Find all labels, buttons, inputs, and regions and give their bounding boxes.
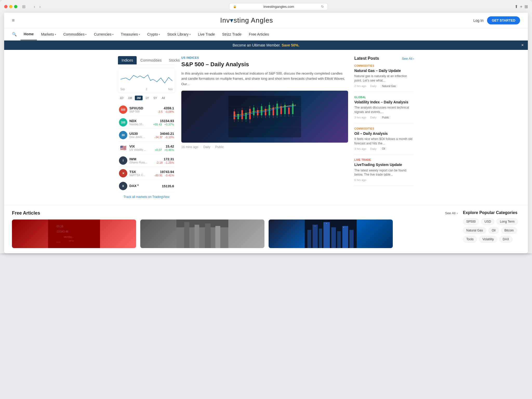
post-item-volatility[interactable]: GLOBAL Volatility Index – Daily Analysis…: [354, 96, 414, 123]
article-excerpt: In this analysis we evaluate various tec…: [181, 71, 348, 87]
svg-text:SPIM: SPIM: [69, 240, 74, 242]
nav-strizz-trade[interactable]: Strizz Trade: [219, 29, 245, 40]
nav-live-trade[interactable]: Live Trade: [195, 29, 218, 40]
tf-1d[interactable]: 1D: [118, 96, 125, 100]
post-title-2: Volatility Index – Daily Analysis: [354, 100, 414, 104]
post-item-oil[interactable]: COMMODITIES Oil – Daily Analysis It feel…: [354, 127, 414, 155]
tag-oil[interactable]: Oil: [488, 227, 499, 234]
tf-5y[interactable]: 5Y: [152, 96, 159, 100]
nav-free-articles[interactable]: Free Articles: [246, 29, 272, 40]
get-started-button[interactable]: GET STARTED: [487, 16, 520, 24]
post-excerpt-1: Natural gas is naturally at an inflectio…: [354, 74, 414, 83]
new-tab-button[interactable]: +: [520, 4, 522, 9]
free-articles-see-all[interactable]: See All ›: [445, 211, 458, 215]
tag-tools[interactable]: Tools: [463, 236, 477, 243]
svg-text:-5.07: -5.07: [56, 241, 61, 243]
post-item-livetrade[interactable]: LIVE TRADE LiveTrading System Update The…: [354, 158, 414, 185]
tag-usd[interactable]: USD: [481, 218, 494, 225]
article-card-3[interactable]: [269, 220, 393, 248]
market-item-dax[interactable]: X DAX E 15135.6: [118, 180, 175, 192]
nav-stock-library[interactable]: Stock Library ▾: [164, 29, 194, 40]
ndx-price-info: 15154.93 +55.43 +0.37%: [153, 119, 174, 126]
tab-commodities[interactable]: Commodities: [137, 56, 165, 64]
post-meta-4: 6 hrs ago: [354, 178, 414, 182]
us30-price-info: 34040.21 -34.37 -0.10%: [155, 132, 174, 139]
tab-stocks[interactable]: Stocks: [165, 56, 183, 64]
spx-info: SPXUSD S&P 500: [129, 106, 156, 113]
search-icon[interactable]: 🔍: [9, 29, 19, 40]
svg-text:-13.543.48: -13.543.48: [56, 230, 68, 233]
svg-rect-55: [342, 226, 348, 248]
close-button[interactable]: [4, 5, 8, 8]
promo-close-button[interactable]: ×: [521, 43, 524, 48]
chart-label-sep: Sep: [120, 88, 125, 91]
svg-text:-55.16: -55.16: [56, 225, 63, 228]
tag-long-term[interactable]: Long Term: [496, 218, 518, 225]
tag-volatility[interactable]: Volatility: [479, 236, 497, 243]
address-bar[interactable]: 🔒 investingangles.com ↻: [229, 3, 328, 10]
minimize-button[interactable]: [9, 5, 12, 8]
spx-change: -3.5 -0.08%: [158, 110, 174, 113]
see-all-link[interactable]: See All ›: [402, 57, 414, 61]
nav-crypto[interactable]: Crypto ▾: [144, 29, 163, 40]
market-item-us30[interactable]: 30 US30 Dow Jones ... 34040.21 -34.37 -0…: [118, 129, 175, 142]
tab-indices[interactable]: Indices: [118, 56, 137, 64]
vix-price-info: 15.42 +0.07 +0.46%: [155, 144, 174, 151]
iwm-info: IWM iShares Russ...: [129, 157, 154, 164]
vix-price: 15.42: [155, 144, 174, 148]
share-button[interactable]: ⬆: [515, 4, 518, 9]
article-time: 16 mins ago: [181, 145, 198, 149]
nav-markets[interactable]: Markets ▾: [38, 29, 59, 40]
nav-treasuries[interactable]: Treasuries ▾: [118, 29, 143, 40]
svg-point-57: [315, 226, 315, 226]
tf-1y[interactable]: 1Y: [144, 96, 151, 100]
article-category-label: US INDICES: [181, 56, 348, 59]
maximize-button[interactable]: [14, 5, 17, 8]
free-articles-header: Free Articles See All ›: [12, 210, 458, 216]
site-logo: Inv▾sting Angles: [20, 16, 474, 24]
market-item-iwm[interactable]: i IWM iShares Russ... 172.31 -2.18 -1.25…: [118, 154, 175, 167]
dax-price: 15135.6: [162, 184, 174, 188]
market-item-vix[interactable]: 🇺🇸 VIX US Volatility ... 15.42 +0.07 +0.…: [118, 142, 175, 154]
ndx-change: +55.43 +0.37%: [153, 123, 174, 126]
center-panel: US INDICES S&P 500 – Daily Analysis In t…: [181, 56, 348, 199]
tf-1m[interactable]: 1M: [126, 96, 134, 100]
post-title-1: Natural Gas – Daily Update: [354, 68, 414, 73]
post-meta-1: 2 hrs ago · Daily · Natural Gas: [354, 84, 414, 88]
tag-sp500[interactable]: SP500: [463, 218, 479, 225]
right-panel: Latest Posts See All › COMMODITIES Natur…: [354, 56, 414, 199]
tf-3m[interactable]: 3M: [135, 96, 142, 100]
spx-price-info: 4359.1 -3.5 -0.08%: [158, 106, 174, 113]
hamburger-menu[interactable]: ≡: [12, 18, 15, 23]
popular-categories-title: Explore Popular Categories: [463, 210, 520, 215]
nav-currencies[interactable]: Currencies ▾: [91, 29, 117, 40]
tradingview-link[interactable]: Track all markets on TradingView: [118, 195, 175, 199]
tag-dax[interactable]: DAX: [499, 236, 513, 243]
tabs-button[interactable]: ⊞: [524, 4, 528, 9]
article-card-1[interactable]: -55.16 -13.543.48 Monday... -5.07 SPIM: [12, 220, 136, 248]
market-item-tsx[interactable]: ✕ TSX S&P/TSX C... 19743.94 -80.91 -0.41…: [118, 167, 175, 180]
post-item-natural-gas[interactable]: COMMODITIES Natural Gas – Daily Update N…: [354, 64, 414, 92]
tsx-badge: ✕: [119, 169, 127, 177]
back-button[interactable]: ‹: [32, 4, 37, 10]
tag-bitcoin[interactable]: Bitcoin: [501, 227, 517, 234]
ndx-symbol: NDX: [129, 119, 151, 123]
us30-change: -34.37 -0.10%: [155, 136, 174, 139]
article-card-2[interactable]: [140, 220, 264, 248]
forward-button[interactable]: ›: [38, 4, 42, 10]
svg-rect-52: [323, 222, 330, 248]
login-link[interactable]: Log In: [473, 18, 483, 23]
ndx-name: Nasdaq 10...: [129, 123, 151, 126]
promo-banner: Become an Ultimate Member. Save 50%. ×: [4, 41, 528, 50]
market-item-ndx[interactable]: 100 NDX Nasdaq 10... 15154.93 +55.43 +0.…: [118, 116, 175, 129]
market-item-spx[interactable]: 500 SPXUSD S&P 500 4359.1 -3.5 -0.08%: [118, 103, 175, 116]
tag-natural-gas[interactable]: Natural Gas: [463, 227, 486, 234]
tsx-price-info: 19743.94 -80.91 -0.41%: [155, 170, 174, 177]
nav-home[interactable]: Home: [21, 28, 37, 40]
vix-badge: 🇺🇸: [119, 144, 127, 152]
sidebar-toggle-button[interactable]: ⊞: [21, 4, 27, 10]
us30-name: Dow Jones ...: [129, 136, 152, 138]
tf-all[interactable]: All: [160, 96, 167, 100]
nav-commodities[interactable]: Commodities ▾: [60, 29, 90, 40]
article-image[interactable]: [181, 91, 348, 143]
